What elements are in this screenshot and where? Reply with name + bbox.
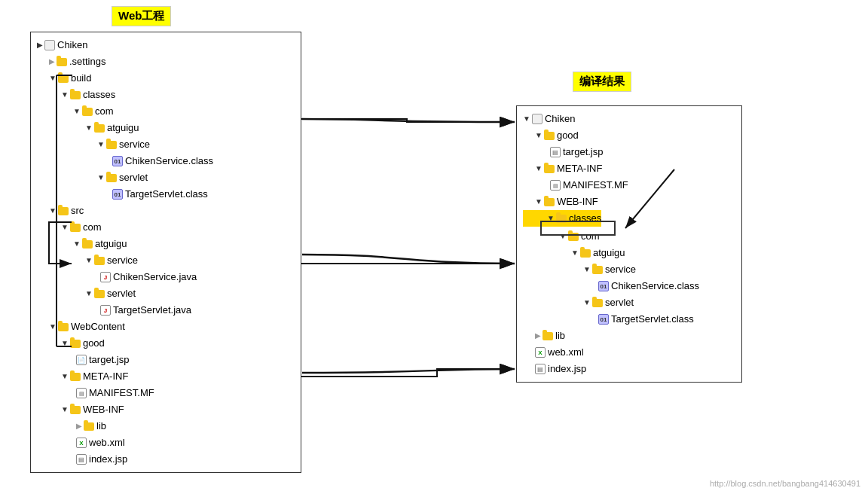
node-webcontent: ▼ WebContent [37,319,295,335]
node-servlet-src: ▼ servlet [37,285,295,302]
tree-root-right: ▼ Chiken [523,111,735,127]
node-service-src: ▼ service [37,252,295,269]
node-good-left: ▼ good [37,335,295,352]
node-settings: ▶ .settings [37,53,295,70]
node-build: ▼ build [37,70,295,87]
node-webinf-left: ▼ WEB-INF [37,401,295,418]
node-targetjsp-left: 📄 target.jsp [37,352,295,368]
right-tree-box: ▼ Chiken ▼ good ▤ target.jsp ▼ META-INF … [516,105,742,383]
node-metainf-right: ▼ META-INF [523,160,735,177]
node-metainf-left: ▼ META-INF [37,368,295,385]
node-targetservlet-class-right: 01 TargetServlet.class [523,311,735,328]
node-service-right: ▼ service [523,261,735,278]
node-targetjsp-right: ▤ target.jsp [523,144,735,160]
node-targetservlet-java: J TargetServlet.java [37,302,295,319]
node-com-build: ▼ com [37,103,295,120]
node-webxml-left: X web.xml [37,435,295,451]
node-manifest-left: ▤ MANIFEST.MF [37,385,295,401]
node-classes-build: ▼ classes [37,87,295,103]
compile-result-label: 编译结果 [573,72,631,92]
node-indexjsp-left: ▤ index.jsp [37,451,295,468]
node-atguigu-right: ▼ atguigu [523,245,735,261]
node-lib-right: ▶ lib [523,328,735,344]
node-servlet-right: ▼ servlet [523,294,735,311]
node-webinf-right: ▼ WEB-INF [523,194,735,210]
node-com-right: ▼ com [523,228,735,245]
node-chikenservice-java: J ChikenService.java [37,269,295,285]
node-targetservlet-class-build: 01 TargetServlet.class [37,186,295,203]
node-classes-right: ▼ classes [523,210,601,227]
node-manifest-right: ▤ MANIFEST.MF [523,177,735,194]
node-lib-left: ▶ lib [37,418,295,435]
node-src: ▼ src [37,203,295,219]
left-tree-box: ▶ Chiken ▶ .settings ▼ build ▼ classes ▼… [30,32,301,473]
node-good-right: ▼ good [523,127,735,144]
node-servlet-build: ▼ servlet [37,169,295,186]
tree-root-left: ▶ Chiken [37,37,295,53]
node-chikenservice-class-right: 01 ChikenService.class [523,278,735,294]
node-webxml-right: X web.xml [523,344,735,361]
node-atguigu-src: ▼ atguigu [37,236,295,252]
watermark: http://blog.csdn.net/bangbang414630491 [710,479,860,488]
node-chikenservice-class-build: 01 ChikenService.class [37,153,295,169]
node-com-src: ▼ com [37,219,295,236]
web-project-label: Web工程 [112,6,171,26]
node-atguigu-build: ▼ atguigu [37,120,295,136]
node-service-build: ▼ service [37,136,295,153]
node-indexjsp-right: ▤ index.jsp [523,361,735,377]
